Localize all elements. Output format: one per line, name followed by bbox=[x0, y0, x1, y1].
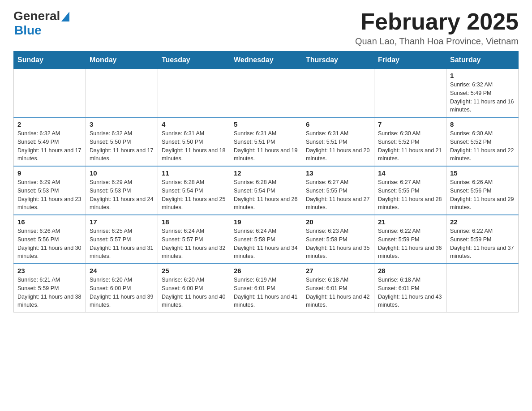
logo: General Blue bbox=[13, 9, 69, 38]
day-info: Sunrise: 6:20 AMSunset: 6:00 PMDaylight:… bbox=[90, 276, 154, 309]
day-number: 15 bbox=[450, 169, 515, 177]
day-number: 21 bbox=[378, 218, 442, 226]
day-info: Sunrise: 6:28 AMSunset: 5:54 PMDaylight:… bbox=[234, 178, 298, 212]
title-block: February 2025 Quan Lao, Thanh Hoa Provin… bbox=[355, 9, 519, 47]
day-number: 19 bbox=[234, 218, 298, 226]
day-info: Sunrise: 6:27 AMSunset: 5:55 PMDaylight:… bbox=[378, 178, 442, 212]
header-saturday: Saturday bbox=[446, 51, 519, 69]
day-number: 26 bbox=[234, 267, 298, 274]
location-subtitle: Quan Lao, Thanh Hoa Province, Vietnam bbox=[355, 36, 519, 47]
day-number: 4 bbox=[162, 120, 226, 128]
calendar-cell: 18Sunrise: 6:24 AMSunset: 5:57 PMDayligh… bbox=[158, 215, 230, 264]
calendar-cell: 10Sunrise: 6:29 AMSunset: 5:53 PMDayligh… bbox=[86, 166, 158, 215]
day-number: 18 bbox=[162, 218, 226, 226]
header-tuesday: Tuesday bbox=[158, 51, 230, 69]
day-number: 14 bbox=[378, 169, 442, 177]
day-number: 8 bbox=[450, 120, 515, 128]
week-row-5: 23Sunrise: 6:21 AMSunset: 5:59 PMDayligh… bbox=[14, 264, 519, 313]
week-row-4: 16Sunrise: 6:26 AMSunset: 5:56 PMDayligh… bbox=[14, 215, 519, 264]
header-monday: Monday bbox=[86, 51, 158, 69]
calendar-cell: 5Sunrise: 6:31 AMSunset: 5:51 PMDaylight… bbox=[230, 117, 302, 166]
day-info: Sunrise: 6:22 AMSunset: 5:59 PMDaylight:… bbox=[450, 227, 515, 261]
calendar-cell: 9Sunrise: 6:29 AMSunset: 5:53 PMDaylight… bbox=[14, 166, 86, 215]
day-info: Sunrise: 6:19 AMSunset: 6:01 PMDaylight:… bbox=[234, 276, 298, 309]
day-info: Sunrise: 6:26 AMSunset: 5:56 PMDaylight:… bbox=[450, 178, 515, 212]
calendar-cell bbox=[14, 69, 86, 118]
day-number: 6 bbox=[306, 120, 370, 128]
calendar-cell: 27Sunrise: 6:18 AMSunset: 6:01 PMDayligh… bbox=[302, 264, 374, 313]
calendar-cell: 17Sunrise: 6:25 AMSunset: 5:57 PMDayligh… bbox=[86, 215, 158, 264]
day-info: Sunrise: 6:29 AMSunset: 5:53 PMDaylight:… bbox=[17, 178, 82, 212]
day-number: 17 bbox=[90, 218, 154, 226]
calendar-cell: 25Sunrise: 6:20 AMSunset: 6:00 PMDayligh… bbox=[158, 264, 230, 313]
day-number: 28 bbox=[378, 267, 442, 274]
day-number: 7 bbox=[378, 120, 442, 128]
calendar-cell: 2Sunrise: 6:32 AMSunset: 5:49 PMDaylight… bbox=[14, 117, 86, 166]
day-number: 16 bbox=[17, 218, 82, 226]
logo-blue-text: Blue bbox=[14, 23, 42, 37]
calendar-table: SundayMondayTuesdayWednesdayThursdayFrid… bbox=[13, 51, 519, 313]
month-year-title: February 2025 bbox=[355, 9, 519, 34]
calendar-cell bbox=[446, 264, 519, 313]
day-number: 2 bbox=[17, 120, 82, 128]
calendar-cell: 22Sunrise: 6:22 AMSunset: 5:59 PMDayligh… bbox=[446, 215, 519, 264]
day-info: Sunrise: 6:27 AMSunset: 5:55 PMDaylight:… bbox=[306, 178, 370, 212]
calendar-cell: 16Sunrise: 6:26 AMSunset: 5:56 PMDayligh… bbox=[14, 215, 86, 264]
calendar-cell bbox=[158, 69, 230, 118]
calendar-cell bbox=[374, 69, 446, 118]
week-row-3: 9Sunrise: 6:29 AMSunset: 5:53 PMDaylight… bbox=[14, 166, 519, 215]
calendar-cell: 26Sunrise: 6:19 AMSunset: 6:01 PMDayligh… bbox=[230, 264, 302, 313]
calendar-cell: 24Sunrise: 6:20 AMSunset: 6:00 PMDayligh… bbox=[86, 264, 158, 313]
calendar-cell bbox=[230, 69, 302, 118]
day-info: Sunrise: 6:32 AMSunset: 5:49 PMDaylight:… bbox=[450, 81, 515, 114]
day-number: 25 bbox=[162, 267, 226, 274]
day-number: 3 bbox=[90, 120, 154, 128]
calendar-cell: 12Sunrise: 6:28 AMSunset: 5:54 PMDayligh… bbox=[230, 166, 302, 215]
calendar-cell: 13Sunrise: 6:27 AMSunset: 5:55 PMDayligh… bbox=[302, 166, 374, 215]
calendar-cell: 15Sunrise: 6:26 AMSunset: 5:56 PMDayligh… bbox=[446, 166, 519, 215]
logo-general-text: General bbox=[13, 9, 60, 23]
day-info: Sunrise: 6:30 AMSunset: 5:52 PMDaylight:… bbox=[378, 129, 442, 163]
day-info: Sunrise: 6:20 AMSunset: 6:00 PMDaylight:… bbox=[162, 276, 226, 309]
day-info: Sunrise: 6:18 AMSunset: 6:01 PMDaylight:… bbox=[378, 276, 442, 309]
day-number: 22 bbox=[450, 218, 515, 226]
header-thursday: Thursday bbox=[302, 51, 374, 69]
day-number: 1 bbox=[450, 72, 515, 79]
calendar-cell: 21Sunrise: 6:22 AMSunset: 5:59 PMDayligh… bbox=[374, 215, 446, 264]
day-number: 27 bbox=[306, 267, 370, 274]
calendar-cell: 23Sunrise: 6:21 AMSunset: 5:59 PMDayligh… bbox=[14, 264, 86, 313]
day-number: 9 bbox=[17, 169, 82, 177]
calendar-cell: 8Sunrise: 6:30 AMSunset: 5:52 PMDaylight… bbox=[446, 117, 519, 166]
day-info: Sunrise: 6:31 AMSunset: 5:50 PMDaylight:… bbox=[162, 129, 226, 163]
day-info: Sunrise: 6:32 AMSunset: 5:49 PMDaylight:… bbox=[17, 129, 82, 163]
day-info: Sunrise: 6:32 AMSunset: 5:50 PMDaylight:… bbox=[90, 129, 154, 163]
day-info: Sunrise: 6:23 AMSunset: 5:58 PMDaylight:… bbox=[306, 227, 370, 261]
day-info: Sunrise: 6:25 AMSunset: 5:57 PMDaylight:… bbox=[90, 227, 154, 261]
day-info: Sunrise: 6:21 AMSunset: 5:59 PMDaylight:… bbox=[17, 276, 82, 309]
day-info: Sunrise: 6:24 AMSunset: 5:57 PMDaylight:… bbox=[162, 227, 226, 261]
calendar-cell: 11Sunrise: 6:28 AMSunset: 5:54 PMDayligh… bbox=[158, 166, 230, 215]
week-row-2: 2Sunrise: 6:32 AMSunset: 5:49 PMDaylight… bbox=[14, 117, 519, 166]
calendar-cell: 28Sunrise: 6:18 AMSunset: 6:01 PMDayligh… bbox=[374, 264, 446, 313]
calendar-cell: 4Sunrise: 6:31 AMSunset: 5:50 PMDaylight… bbox=[158, 117, 230, 166]
calendar-cell bbox=[302, 69, 374, 118]
day-info: Sunrise: 6:26 AMSunset: 5:56 PMDaylight:… bbox=[17, 227, 82, 261]
calendar-body: 1Sunrise: 6:32 AMSunset: 5:49 PMDaylight… bbox=[14, 69, 519, 313]
day-info: Sunrise: 6:28 AMSunset: 5:54 PMDaylight:… bbox=[162, 178, 226, 212]
calendar-cell bbox=[86, 69, 158, 118]
day-number: 5 bbox=[234, 120, 298, 128]
day-number: 23 bbox=[17, 267, 82, 274]
calendar-cell: 14Sunrise: 6:27 AMSunset: 5:55 PMDayligh… bbox=[374, 166, 446, 215]
day-info: Sunrise: 6:29 AMSunset: 5:53 PMDaylight:… bbox=[90, 178, 154, 212]
day-info: Sunrise: 6:30 AMSunset: 5:52 PMDaylight:… bbox=[450, 129, 515, 163]
calendar-cell: 7Sunrise: 6:30 AMSunset: 5:52 PMDaylight… bbox=[374, 117, 446, 166]
day-info: Sunrise: 6:18 AMSunset: 6:01 PMDaylight:… bbox=[306, 276, 370, 309]
calendar-header: SundayMondayTuesdayWednesdayThursdayFrid… bbox=[14, 51, 519, 69]
day-info: Sunrise: 6:31 AMSunset: 5:51 PMDaylight:… bbox=[306, 129, 370, 163]
page-header: General Blue February 2025 Quan Lao, Tha… bbox=[13, 9, 519, 47]
day-info: Sunrise: 6:22 AMSunset: 5:59 PMDaylight:… bbox=[378, 227, 442, 261]
day-number: 20 bbox=[306, 218, 370, 226]
day-number: 12 bbox=[234, 169, 298, 177]
day-number: 13 bbox=[306, 169, 370, 177]
header-wednesday: Wednesday bbox=[230, 51, 302, 69]
